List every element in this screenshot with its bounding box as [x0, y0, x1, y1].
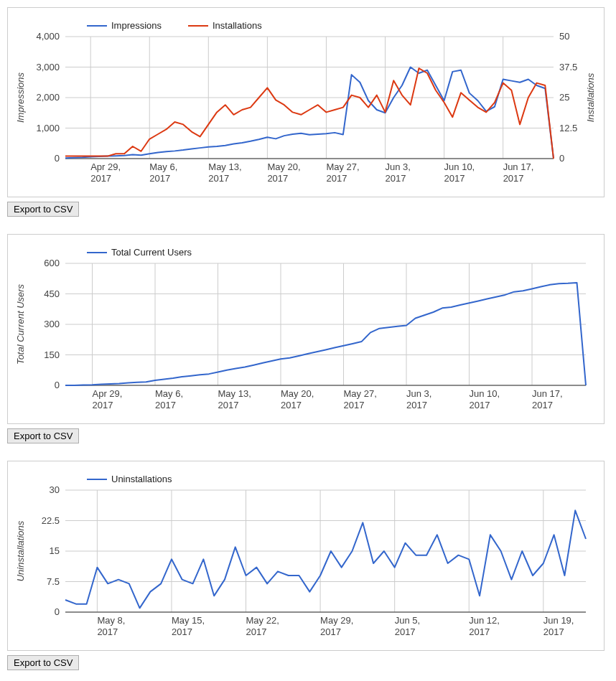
- svg-text:2017: 2017: [208, 173, 229, 184]
- svg-text:Total Current Users: Total Current Users: [111, 247, 192, 258]
- svg-text:Uninstallations: Uninstallations: [15, 520, 26, 581]
- svg-text:2017: 2017: [267, 173, 288, 184]
- chart-uninstallations: Uninstallations07.51522.530May 8,2017May…: [7, 461, 605, 651]
- svg-text:0: 0: [559, 153, 564, 164]
- svg-text:150: 150: [44, 349, 60, 360]
- svg-text:0: 0: [55, 153, 60, 164]
- chart-total-current-users: Total Current Users0150300450600Apr 29,2…: [7, 234, 605, 424]
- svg-text:2017: 2017: [503, 173, 524, 184]
- svg-text:Jun 3,: Jun 3,: [386, 161, 411, 172]
- svg-text:May 20,: May 20,: [267, 161, 300, 172]
- svg-text:May 29,: May 29,: [320, 615, 353, 626]
- svg-text:2017: 2017: [172, 626, 192, 637]
- svg-text:2017: 2017: [444, 173, 465, 184]
- svg-text:37.5: 37.5: [559, 62, 577, 72]
- svg-text:Jun 12,: Jun 12,: [469, 615, 500, 626]
- svg-text:2017: 2017: [543, 626, 564, 637]
- export-csv-button-2[interactable]: Export to CSV: [7, 428, 79, 443]
- svg-text:1,000: 1,000: [36, 123, 60, 133]
- svg-text:2017: 2017: [469, 626, 490, 637]
- svg-text:May 27,: May 27,: [326, 161, 359, 172]
- svg-text:30: 30: [50, 484, 60, 495]
- svg-text:Jun 17,: Jun 17,: [532, 388, 563, 399]
- svg-text:4,000: 4,000: [36, 31, 60, 42]
- svg-text:2017: 2017: [97, 626, 118, 637]
- svg-text:Jun 17,: Jun 17,: [503, 161, 534, 172]
- svg-text:2017: 2017: [326, 173, 347, 184]
- svg-text:Jun 19,: Jun 19,: [543, 615, 574, 626]
- svg-text:Total Current Users: Total Current Users: [15, 283, 26, 365]
- svg-text:Installations: Installations: [213, 20, 262, 31]
- svg-text:Impressions: Impressions: [111, 20, 162, 31]
- svg-text:Installations: Installations: [585, 72, 596, 122]
- svg-text:May 27,: May 27,: [344, 388, 377, 399]
- svg-text:0: 0: [55, 606, 60, 617]
- svg-text:May 22,: May 22,: [246, 615, 279, 626]
- svg-text:2017: 2017: [90, 173, 111, 184]
- svg-text:May 20,: May 20,: [281, 388, 314, 399]
- svg-text:Jun 3,: Jun 3,: [406, 388, 431, 399]
- svg-text:2017: 2017: [246, 626, 267, 637]
- svg-text:2017: 2017: [395, 626, 416, 637]
- svg-text:2017: 2017: [155, 400, 176, 410]
- export-csv-button-1[interactable]: Export to CSV: [7, 202, 79, 217]
- svg-text:May 13,: May 13,: [208, 161, 241, 172]
- svg-text:2017: 2017: [320, 626, 341, 637]
- svg-text:2017: 2017: [406, 400, 427, 410]
- svg-text:Jun 5,: Jun 5,: [395, 615, 420, 626]
- svg-text:May 6,: May 6,: [149, 161, 177, 172]
- svg-text:May 6,: May 6,: [155, 388, 183, 399]
- svg-text:0: 0: [55, 380, 60, 390]
- svg-text:25: 25: [559, 92, 569, 103]
- svg-text:2017: 2017: [344, 400, 365, 410]
- svg-text:May 15,: May 15,: [172, 615, 205, 626]
- svg-text:Impressions: Impressions: [15, 72, 26, 123]
- svg-text:3,000: 3,000: [36, 62, 60, 72]
- svg-text:Jun 10,: Jun 10,: [444, 161, 475, 172]
- svg-text:Apr 29,: Apr 29,: [93, 388, 123, 399]
- svg-text:7.5: 7.5: [47, 576, 60, 587]
- chart-impressions-installations: ImpressionsInstallations01,0002,0003,000…: [7, 7, 605, 197]
- export-csv-button-3[interactable]: Export to CSV: [7, 655, 79, 670]
- svg-text:May 8,: May 8,: [97, 615, 125, 626]
- svg-text:2017: 2017: [218, 400, 239, 410]
- svg-text:50: 50: [559, 31, 569, 42]
- svg-text:2017: 2017: [93, 400, 113, 410]
- svg-text:450: 450: [44, 288, 60, 299]
- svg-text:Jun 10,: Jun 10,: [470, 388, 500, 399]
- svg-text:2,000: 2,000: [36, 92, 60, 103]
- svg-text:2017: 2017: [532, 400, 553, 410]
- svg-text:Uninstallations: Uninstallations: [111, 474, 172, 484]
- svg-text:300: 300: [44, 319, 60, 329]
- svg-text:Apr 29,: Apr 29,: [90, 161, 121, 172]
- svg-text:2017: 2017: [470, 400, 490, 410]
- svg-text:2017: 2017: [149, 173, 170, 184]
- svg-text:600: 600: [44, 258, 60, 268]
- svg-text:22.5: 22.5: [42, 515, 60, 526]
- svg-text:2017: 2017: [281, 400, 302, 410]
- svg-text:15: 15: [50, 545, 60, 556]
- svg-text:May 13,: May 13,: [218, 388, 251, 399]
- svg-text:12.5: 12.5: [559, 123, 577, 133]
- svg-text:2017: 2017: [386, 173, 406, 184]
